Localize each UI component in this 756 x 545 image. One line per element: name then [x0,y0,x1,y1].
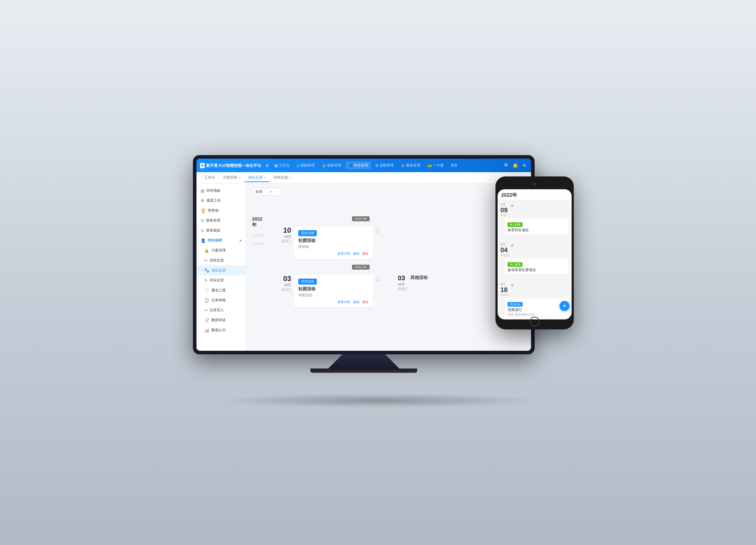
phone-home-button[interactable] [530,317,540,327]
phone-title-aug09: 体育特长项目 [508,228,566,233]
nav-item-more[interactable]: 更多 [448,162,461,169]
phone-title-aug04: 参加体育比赛项目 [508,268,566,272]
entry-1-edit[interactable]: 编辑 [353,252,359,256]
sidebar-item-import[interactable]: ↩ 记录导入 [196,305,246,315]
sidebar-item-moral[interactable]: ⚙ 德育工作 [196,196,246,206]
monitor-stand [328,354,399,369]
sidebar-item-teacher-comment[interactable]: 📝 教师评语 [196,315,246,325]
sidebar-item-honor-wall[interactable]: 🏆 荣誉墙 [196,206,246,216]
shadow [218,393,538,408]
month-badge-jun: 2022-06 [352,265,369,270]
phone-add-button[interactable]: + [560,301,569,311]
nav-item-card[interactable]: 💳 一卡通 [425,162,446,169]
phone-date-header-aug09: 8月 09 星期二 [500,202,569,217]
right-note-month: 06月 [398,282,408,287]
nav-item-school[interactable]: 🔒 校务管理 [319,162,344,169]
nav-item-logistics[interactable]: ⚙ 后勤管理 [372,162,397,169]
growth-icon: 🐾 [204,268,209,273]
phone-date-header-jun18: 6月 18 星期六 [500,282,569,297]
entry-1-view[interactable]: 查看详情 [337,252,350,256]
sidebar-item-realistic[interactable]: ✎ 写实记录 [196,275,246,285]
sidebar-item-overview[interactable]: ✏ 综评总览 [196,255,246,265]
nav-item-workbench[interactable]: ▦ 工作台 [272,162,292,169]
tab-growth[interactable]: 成长足迹 × [245,174,269,182]
honor-wall-icon: 🏆 [201,208,206,213]
entry-2-day: 03 [283,275,291,282]
phone-camera [533,183,536,186]
entry-2-card: 思想品德 社团活动 和规范的 查看详情 编辑 删除 [294,275,373,307]
honor-award-icon: ⊙ [201,228,204,233]
entry-2-sub: 和规范的 [298,293,369,298]
logistics-icon: ⚙ [375,164,378,168]
entry-1-day: 10 [283,226,291,234]
sidebar-item-select[interactable]: 📄 遴选上报 [196,285,246,295]
student-icon: 👤 [348,164,353,168]
entry-2-delete[interactable]: 删除 [362,300,369,305]
nav-right-icons: 🔍 🔔 我 [504,162,527,169]
year-2021: 2021年 [252,233,266,238]
phone-sub-jun18: 学生 家长身份上传 [508,312,566,317]
entry-2-weekday: 星期五 [270,287,291,292]
sidebar-item-plan-mgmt[interactable]: 🔒 方案管理 [196,245,246,255]
entry-1-left: 10 08月 星期三 思想品德 社团活动 希望杯 [270,226,380,259]
data-icon: 📊 [204,328,209,333]
bell-icon[interactable]: 🔔 [513,163,518,168]
top-navigation: N 新开普 K12智慧校园一体化平台 ≡ ▦ 工作台 ⊙ 基础管理 🔒 校务管 [196,159,531,172]
sidebar-item-evaluation[interactable]: ▤ 评价指标 [196,186,246,196]
entry-1-title: 社团活动 [298,238,369,244]
right-note-day: 03 [398,275,408,282]
phone-ellipsis-aug04: ··· [505,275,569,279]
user-avatar[interactable]: 我 [521,162,527,169]
phone-tag-aug09: 身心健康 [508,222,523,227]
tab-close-overview[interactable]: × [289,176,291,179]
phone-entry-aug09: 8月 09 星期二 身心健康 体育特长项目 ··· [500,202,569,239]
filter-select[interactable]: 全部 ▼ [252,188,280,196]
menu-icon[interactable]: ≡ [266,163,268,168]
evaluation-icon: ▤ [201,189,204,193]
timeline-row-1: 10 08月 星期三 思想品德 社团活动 希望杯 [270,226,525,259]
phone-header: 2022年 [498,189,572,200]
phone-entry-aug04: 8月 04 星期四 身心健康 参加体育比赛项目 ··· [500,242,569,279]
sidebar-item-honor-mgmt[interactable]: ⊙ 荣誉管理 [196,216,246,226]
nav-item-teaching[interactable]: ⚡ 教务管理 [398,162,423,169]
tab-close-growth[interactable]: × [264,176,266,179]
phone-dot-aug09 [511,205,513,207]
phone: 2022年 8月 09 星期二 [495,176,574,329]
phone-entry-jun18: 6月 18 星期六 思想品德 违规违纪 学生 家长身份上传 [500,282,569,319]
entry-2-view[interactable]: 查看详情 [337,300,350,305]
search-icon[interactable]: 🔍 [504,163,510,168]
tab-overview[interactable]: 综评总览 × [270,174,295,182]
entry-2-title: 社团活动 [298,286,369,292]
teaching-icon: ⚡ [401,164,405,168]
sidebar-item-honor-award[interactable]: ⊙ 荣誉颁发 [196,226,246,236]
student-group-icon: 👤 [201,238,206,243]
sidebar-group-student[interactable]: 👤 学生综评 ∧ [196,236,246,245]
card-icon: 💳 [427,164,432,168]
phone-ellipsis-aug09: ··· [505,236,569,239]
review-icon: 📋 [204,298,209,303]
app-logo: N 新开普 K12智慧校园一体化平台 [200,163,261,168]
import-icon: ↩ [204,308,208,313]
entry-2-edit[interactable]: 编辑 [353,300,359,305]
phone-dot-aug04 [511,244,513,247]
nav-item-basic[interactable]: ⊙ 基础管理 [294,162,317,169]
nav-item-student[interactable]: 👤 学生管理 [346,162,371,169]
sidebar-item-data-public[interactable]: 📊 数据公示 [196,325,246,335]
comment-icon: 📝 [204,318,209,323]
sidebar-item-growth[interactable]: 🐾 成长足迹 [196,265,246,275]
select-arrow-icon: ▼ [269,190,272,194]
filter-row: 全部 ▼ [252,188,525,196]
tab-plan[interactable]: 方案管理 × [219,174,244,182]
entry-2-dot [376,277,379,281]
entry-2-left: 03 06月 星期五 思想品德 社团活动 和规范的 [270,275,380,307]
timeline: 2022年 2021年 2020年 2022-08 [252,216,525,313]
entry-1-actions: 查看详情 编辑 删除 [298,252,369,256]
entry-1-delete[interactable]: 删除 [362,252,369,256]
phone-screen: 2022年 8月 09 星期二 [498,189,572,319]
tab-workbench[interactable]: 工作台 [201,174,219,182]
overview-icon: ✏ [204,258,208,263]
sidebar-item-review[interactable]: 📋 记录审核 [196,295,246,305]
tab-close-plan[interactable]: × [238,176,240,179]
phone-weekday-jun18: 星期六 [500,293,509,297]
right-note-weekday: 星期五 [398,287,408,291]
